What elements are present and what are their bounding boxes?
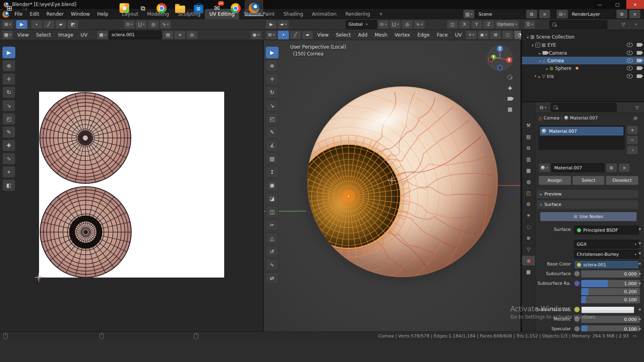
scene-browse-button[interactable]: ▥ — [463, 10, 475, 19]
vp-menu-view[interactable]: View — [314, 30, 332, 40]
relax-tool[interactable]: ∿ — [2, 153, 15, 165]
pin-tool[interactable]: ⌖ — [2, 166, 15, 178]
uv-falloff-dropdown[interactable]: ∿ — [160, 20, 171, 29]
uv-proportional-toggle[interactable]: ◎ — [148, 20, 159, 29]
vp-menu-add[interactable]: Add — [355, 30, 371, 40]
socket-button[interactable] — [574, 306, 580, 313]
outliner-editor-type-button[interactable]: ☰ — [524, 20, 535, 29]
options-dropdown[interactable]: Options — [495, 20, 519, 29]
properties-tab-output[interactable]: ⧉ — [522, 143, 535, 153]
metallic-value[interactable]: 0.000 — [581, 316, 640, 323]
animate-dot[interactable] — [639, 252, 641, 254]
poly-build-tool[interactable]: △ — [266, 232, 279, 244]
vp-menu-uv[interactable]: UV — [451, 30, 465, 40]
disable-render-icon[interactable] — [637, 51, 642, 55]
uv-active-tool-icon[interactable]: ▶ — [16, 20, 27, 29]
image-pin-icon[interactable]: ◎ — [186, 31, 198, 39]
uv-editor-canvas[interactable]: ▶⊕✛↻↘◰✎✚∿⌖◧ — [0, 40, 264, 331]
animate-dot[interactable] — [639, 328, 641, 330]
uv-selectmode-face[interactable]: ▰ — [55, 20, 66, 29]
animate-dot[interactable] — [639, 273, 641, 275]
vp-menu-face[interactable]: Face — [433, 30, 451, 40]
vp-editor-type-button[interactable]: ⊞ — [266, 31, 277, 39]
uv-selectmode-island[interactable]: ◩ — [67, 20, 78, 29]
breadcrumb-material[interactable]: Material.007 — [570, 115, 598, 121]
expand-icon[interactable] — [539, 50, 541, 56]
grab-tool[interactable]: ✚ — [2, 140, 15, 151]
ssr-value-2[interactable]: 0.100 — [581, 296, 640, 303]
viewlayer-browse-button[interactable]: ⊟ — [557, 10, 568, 19]
photos-app-icon[interactable] — [115, 0, 134, 16]
shading-wireframe-button[interactable]: ○ — [502, 31, 513, 39]
mail-app-icon[interactable]: ✉24 — [208, 0, 226, 16]
subsurface-color-swatch[interactable] — [581, 306, 634, 313]
mirror-x-toggle[interactable]: X — [459, 20, 470, 29]
close-button[interactable]: × — [626, 0, 644, 9]
outliner-row-sphere[interactable]: ◍ Sphere — [522, 64, 644, 72]
edge-browser-icon[interactable] — [152, 0, 171, 16]
hide-viewport-icon[interactable] — [627, 43, 633, 47]
uv-pivot-dropdown[interactable]: ⊙ — [124, 20, 135, 29]
knife-tool[interactable]: ✂ — [266, 219, 279, 231]
slot-specials-menu[interactable] — [627, 146, 638, 154]
start-button[interactable]: ⊞ — [0, 0, 19, 16]
disable-render-icon[interactable] — [637, 59, 642, 62]
sss-method-dropdown[interactable]: Christensen-Burley — [574, 250, 639, 259]
uv-overlays-dropdown[interactable]: ◉ — [250, 31, 262, 39]
surface-section-header[interactable]: Surface — [537, 200, 638, 209]
uv-menu-image[interactable]: Image — [55, 30, 77, 40]
transform-tool[interactable]: ◰ — [2, 113, 15, 125]
store-app-icon[interactable]: ⊞ — [189, 0, 208, 16]
scene-copy-button[interactable]: ⧉ — [526, 10, 537, 19]
workspace-tab-shading[interactable]: Shading — [279, 9, 308, 19]
properties-tab-scene[interactable]: ▦ — [522, 166, 535, 175]
uv-snap-dropdown[interactable]: ⋃ — [136, 20, 147, 29]
face-select-mode[interactable]: ▰ — [302, 31, 313, 39]
deselect-button[interactable]: Deselect — [606, 176, 638, 185]
add-cube-tool[interactable]: ▧ — [266, 153, 279, 165]
properties-tab-tool[interactable]: ⚒ — [522, 121, 535, 130]
workspace-tab-rendering[interactable]: Rendering — [341, 9, 374, 19]
snap-dropdown[interactable]: ⋃ — [390, 20, 401, 29]
animate-dot[interactable] — [639, 242, 641, 244]
mirror-icon[interactable]: ◫ — [447, 20, 458, 29]
properties-tab-physics[interactable]: ◌ — [522, 222, 535, 232]
viewport-ortho-icon[interactable]: ▦ — [508, 106, 512, 112]
properties-search-field[interactable] — [551, 103, 617, 112]
animate-dot[interactable] — [639, 309, 641, 311]
proportional-edit-toggle[interactable]: ◎ — [402, 20, 413, 29]
properties-tab-constraints[interactable]: ⊗ — [522, 233, 535, 243]
transform-tool[interactable]: ◰ — [266, 113, 279, 125]
mirror-y-toggle[interactable]: Y — [471, 20, 482, 29]
image-name-field[interactable]: sclera.001 — [109, 31, 162, 39]
material-name-field[interactable]: Material.007 — [551, 163, 605, 172]
menu-window[interactable]: Window — [67, 9, 93, 19]
image-folder-button[interactable]: ▤ — [162, 31, 173, 39]
animate-dot[interactable] — [639, 318, 641, 320]
hide-viewport-icon[interactable] — [627, 74, 633, 78]
viewport-canvas[interactable]: User Perspective (Local) (150) Cornea ▶⊕… — [264, 40, 521, 331]
menu-render[interactable]: Render — [43, 9, 67, 19]
properties-tab-material[interactable]: ◉ — [522, 256, 535, 265]
falloff-dropdown[interactable]: ∿ — [414, 20, 425, 29]
annotate-tool[interactable]: ✎ — [2, 126, 15, 138]
vp-active-tool-icon[interactable]: ▶ — [266, 20, 277, 29]
edge-slide-tool[interactable]: ⇄ — [266, 272, 279, 284]
animate-dot[interactable] — [639, 228, 641, 230]
uv-selectmode-edge[interactable]: ╱ — [43, 20, 54, 29]
rotate-tool[interactable]: ↻ — [2, 86, 15, 98]
outliner-search-field[interactable] — [549, 20, 607, 29]
chrome-browser-icon[interactable] — [226, 0, 245, 16]
properties-tab-render[interactable]: ▤ — [522, 132, 535, 142]
vp-menu-select[interactable]: Select — [332, 30, 354, 40]
properties-tab-texture[interactable]: ▩ — [522, 267, 535, 277]
material-slot-list[interactable]: Material.007 — [539, 125, 625, 150]
properties-tab-particles[interactable]: ✳ — [522, 211, 535, 220]
subsurface-value[interactable]: 0.000 — [581, 270, 640, 278]
outliner-row-camera[interactable]: Camera — [522, 49, 644, 57]
xray-toggle[interactable]: ⊞ — [490, 31, 501, 39]
annotate-tool[interactable]: ✎ — [266, 126, 279, 138]
tweak-select-tool[interactable]: ▶ — [2, 47, 15, 58]
collection-checkbox[interactable] — [535, 43, 540, 47]
pin-id-icon[interactable]: ◎ — [630, 113, 641, 122]
